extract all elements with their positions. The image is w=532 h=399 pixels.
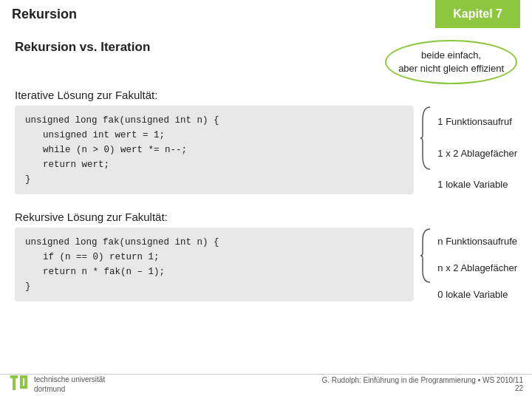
iterative-code-section: unsigned long fak(unsigned int n) { unsi… [15, 106, 517, 200]
rcode-line-4: } [25, 279, 403, 294]
annotation-3: 1 lokale Variable [437, 177, 517, 192]
recursive-annotations: n Funktionsaufrufe n x 2 Ablagefächer 0 … [437, 228, 517, 307]
svg-rect-3 [20, 375, 27, 378]
footer-logo: technische universität dortmund [9, 374, 105, 395]
code-line-4: return wert; [43, 157, 403, 172]
tu-logo-icon [9, 374, 30, 395]
code-line-3: while (n > 0) wert *= n--; [43, 143, 403, 157]
main-content: Rekursion vs. Iteration beide einfach, a… [0, 28, 532, 319]
section-title-row: Rekursion vs. Iteration beide einfach, a… [15, 40, 517, 84]
iterative-code-block: unsigned long fak(unsigned int n) { unsi… [15, 106, 414, 194]
svg-rect-6 [20, 386, 27, 389]
iterative-annotations: 1 Funktionsaufruf 1 x 2 Ablagefächer 1 l… [437, 106, 517, 200]
svg-rect-1 [10, 375, 18, 378]
iterative-subtitle: Iterative Lösung zur Fakultät: [15, 89, 517, 101]
footer-uni-text: technische universität dortmund [34, 375, 105, 394]
svg-rect-5 [24, 378, 27, 386]
recursive-code-wrapper: unsigned long fak(unsigned int n) { if (… [15, 228, 414, 307]
header: Rekursion Kapitel 7 [0, 0, 532, 28]
rannotation-1: n Funktionsaufrufe [437, 234, 517, 249]
iterative-brace [420, 106, 432, 200]
footer-citation: G. Rudolph: Einführung in die Programmie… [321, 376, 523, 392]
page-title: Rekursion [12, 7, 435, 22]
recursive-code-section: unsigned long fak(unsigned int n) { if (… [15, 228, 517, 307]
callout-bubble: beide einfach, aber nicht gleich effizie… [385, 40, 517, 84]
callout-line2: aber nicht gleich effizient [398, 63, 504, 74]
recursive-subtitle: Rekursive Lösung zur Fakultät: [15, 211, 517, 223]
callout-line1: beide einfach, [421, 50, 481, 61]
recursive-code-block: unsigned long fak(unsigned int n) { if (… [15, 228, 414, 301]
iterative-code-wrapper: unsigned long fak(unsigned int n) { unsi… [15, 106, 414, 200]
code-line-2: unsigned int wert = 1; [43, 128, 403, 143]
svg-rect-2 [13, 378, 16, 390]
rcode-line-3: return n * fak(n – 1); [43, 265, 403, 279]
recursive-brace [420, 228, 432, 307]
code-line-1: unsigned long fak(unsigned int n) { [25, 113, 403, 128]
rannotation-2: n x 2 Ablagefächer [437, 261, 517, 276]
section-title: Rekursion vs. Iteration [15, 40, 385, 55]
footer: technische universität dortmund G. Rudol… [0, 374, 532, 395]
annotation-2: 1 x 2 Ablagefächer [437, 146, 517, 161]
rcode-line-2: if (n == 0) return 1; [43, 250, 403, 265]
recursive-section: Rekursive Lösung zur Fakultät: unsigned … [15, 211, 517, 307]
svg-rect-4 [20, 378, 23, 386]
kapitel-badge: Kapitel 7 [435, 0, 520, 28]
rannotation-3: 0 lokale Variable [437, 287, 517, 302]
rcode-line-1: unsigned long fak(unsigned int n) { [25, 235, 403, 250]
code-line-5: } [25, 172, 403, 187]
annotation-1: 1 Funktionsaufruf [437, 115, 517, 129]
